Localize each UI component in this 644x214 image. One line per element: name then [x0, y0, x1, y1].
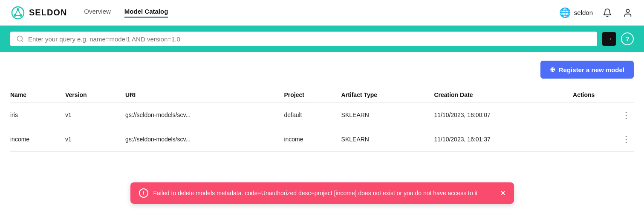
search-bar: → ? — [0, 26, 644, 52]
search-help-button[interactable]: ? — [621, 32, 634, 45]
nav-right: 🌐 seldon — [559, 7, 634, 19]
cell-artifact-type: SKLEARN — [341, 127, 434, 152]
search-icon — [16, 35, 24, 43]
error-toast: ! Failed to delete models metadata. code… — [130, 182, 514, 204]
search-submit-button[interactable]: → — [602, 32, 616, 46]
row-actions-button[interactable]: ⋮ — [622, 111, 630, 119]
table-row: income v1 gs://seldon-models/scv... inco… — [10, 127, 634, 152]
logo[interactable]: SELDON — [10, 5, 67, 21]
col-creation-date: Creation Date — [434, 87, 573, 103]
search-input-wrapper — [10, 32, 597, 46]
cell-name: income — [10, 127, 65, 152]
search-input[interactable] — [28, 35, 591, 43]
col-uri: URI — [125, 87, 284, 103]
cell-name: iris — [10, 103, 65, 127]
cell-artifact-type: SKLEARN — [341, 103, 434, 127]
cell-uri: gs://seldon-models/scv... — [125, 103, 284, 127]
user-icon[interactable] — [622, 7, 634, 19]
toast-close-button[interactable]: × — [501, 189, 505, 198]
nav-links: Overview Model Catalog — [84, 8, 559, 18]
logo-text: SELDON — [29, 8, 67, 18]
cell-uri: gs://seldon-models/scv... — [125, 127, 284, 152]
svg-line-5 — [18, 9, 21, 15]
register-btn-label: Register a new model — [559, 66, 624, 73]
svg-line-9 — [21, 40, 23, 41]
table-row: iris v1 gs://seldon-models/scv... defaul… — [10, 103, 634, 127]
register-new-model-button[interactable]: ⊕ Register a new model — [540, 61, 634, 79]
cell-version: v1 — [65, 103, 125, 127]
svg-point-7 — [626, 9, 629, 12]
logo-icon — [10, 5, 26, 21]
svg-point-8 — [17, 36, 22, 41]
cell-creation-date: 11/10/2023, 16:00:07 — [434, 103, 573, 127]
bell-icon[interactable] — [601, 7, 613, 19]
table-header: Name Version URI Project Artifact Type C… — [10, 87, 634, 103]
cell-project: income — [284, 127, 341, 152]
col-artifact-type: Artifact Type — [341, 87, 434, 103]
row-actions-button[interactable]: ⋮ — [622, 135, 630, 144]
register-plus-icon: ⊕ — [550, 66, 555, 73]
cell-actions: ⋮ — [573, 103, 634, 127]
svg-line-4 — [15, 9, 18, 15]
col-name: Name — [10, 87, 65, 103]
col-project: Project — [284, 87, 341, 103]
register-btn-row: ⊕ Register a new model — [10, 61, 634, 79]
globe-icon: 🌐 — [559, 7, 571, 18]
col-version: Version — [65, 87, 125, 103]
toast-warning-icon: ! — [139, 188, 148, 198]
table-body: iris v1 gs://seldon-models/scv... defaul… — [10, 103, 634, 152]
cell-version: v1 — [65, 127, 125, 152]
cell-creation-date: 11/10/2023, 16:01:37 — [434, 127, 573, 152]
toast-message: Failed to delete models metadata. code=U… — [153, 190, 496, 196]
username: seldon — [574, 9, 593, 16]
model-table: Name Version URI Project Artifact Type C… — [10, 87, 634, 152]
user-menu[interactable]: 🌐 seldon — [559, 7, 593, 18]
cell-actions: ⋮ — [573, 127, 634, 152]
nav-link-model-catalog[interactable]: Model Catalog — [124, 8, 168, 18]
cell-project: default — [284, 103, 341, 127]
nav-link-overview[interactable]: Overview — [84, 8, 111, 18]
col-actions: Actions — [573, 87, 634, 103]
navbar: SELDON Overview Model Catalog 🌐 seldon — [0, 0, 644, 26]
